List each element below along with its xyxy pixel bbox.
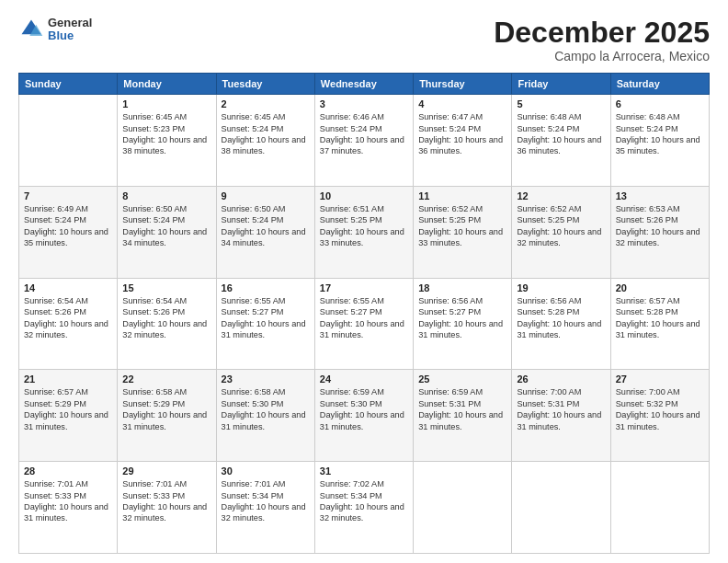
logo-text: General Blue — [48, 17, 92, 43]
calendar-cell: 29Sunrise: 7:01 AM Sunset: 5:33 PM Dayli… — [118, 462, 216, 554]
cell-info: Sunrise: 6:50 AM Sunset: 5:24 PM Dayligh… — [122, 203, 210, 249]
cell-info: Sunrise: 6:59 AM Sunset: 5:31 PM Dayligh… — [418, 386, 506, 432]
calendar-week-2: 14Sunrise: 6:54 AM Sunset: 5:26 PM Dayli… — [19, 278, 710, 370]
cell-info: Sunrise: 6:45 AM Sunset: 5:23 PM Dayligh… — [122, 111, 210, 157]
calendar-cell: 15Sunrise: 6:54 AM Sunset: 5:26 PM Dayli… — [118, 278, 216, 370]
calendar-cell: 3Sunrise: 6:46 AM Sunset: 5:24 PM Daylig… — [314, 95, 413, 187]
day-number: 17 — [320, 282, 408, 293]
day-number: 27 — [616, 373, 704, 385]
calendar-cell — [512, 462, 610, 554]
weekday-header-saturday: Saturday — [610, 74, 709, 95]
page: General Blue December 2025 Campo la Arro… — [0, 0, 728, 563]
day-number: 6 — [616, 98, 704, 109]
weekday-header-tuesday: Tuesday — [216, 74, 314, 95]
day-number: 18 — [418, 282, 506, 293]
day-number: 12 — [517, 190, 605, 201]
calendar-cell: 27Sunrise: 7:00 AM Sunset: 5:32 PM Dayli… — [610, 370, 709, 462]
calendar-cell: 19Sunrise: 6:56 AM Sunset: 5:28 PM Dayli… — [512, 278, 610, 370]
cell-info: Sunrise: 6:56 AM Sunset: 5:27 PM Dayligh… — [418, 295, 506, 341]
title-block: December 2025 Campo la Arrocera, Mexico — [494, 17, 710, 63]
day-number: 26 — [517, 373, 605, 385]
weekday-header-monday: Monday — [118, 74, 216, 95]
calendar-cell: 1Sunrise: 6:45 AM Sunset: 5:23 PM Daylig… — [118, 95, 216, 187]
calendar-header: SundayMondayTuesdayWednesdayThursdayFrid… — [19, 74, 710, 95]
calendar-cell: 25Sunrise: 6:59 AM Sunset: 5:31 PM Dayli… — [414, 370, 512, 462]
calendar-week-0: 1Sunrise: 6:45 AM Sunset: 5:23 PM Daylig… — [19, 95, 710, 187]
day-number: 31 — [320, 465, 408, 477]
cell-info: Sunrise: 6:52 AM Sunset: 5:25 PM Dayligh… — [517, 203, 605, 249]
calendar-cell: 4Sunrise: 6:47 AM Sunset: 5:24 PM Daylig… — [414, 95, 512, 187]
day-number: 21 — [24, 373, 112, 385]
calendar-cell: 31Sunrise: 7:02 AM Sunset: 5:34 PM Dayli… — [314, 462, 413, 554]
cell-info: Sunrise: 7:01 AM Sunset: 5:33 PM Dayligh… — [24, 478, 112, 524]
cell-info: Sunrise: 6:56 AM Sunset: 5:28 PM Dayligh… — [517, 295, 605, 341]
calendar-cell: 21Sunrise: 6:57 AM Sunset: 5:29 PM Dayli… — [19, 370, 118, 462]
calendar-cell: 13Sunrise: 6:53 AM Sunset: 5:26 PM Dayli… — [610, 186, 709, 278]
calendar-cell: 9Sunrise: 6:50 AM Sunset: 5:24 PM Daylig… — [216, 186, 314, 278]
day-number: 7 — [24, 190, 112, 201]
day-number: 8 — [122, 190, 210, 201]
day-number: 23 — [222, 373, 310, 385]
day-number: 19 — [517, 282, 605, 293]
cell-info: Sunrise: 6:55 AM Sunset: 5:27 PM Dayligh… — [320, 295, 408, 341]
calendar-cell: 8Sunrise: 6:50 AM Sunset: 5:24 PM Daylig… — [118, 186, 216, 278]
cell-info: Sunrise: 6:48 AM Sunset: 5:24 PM Dayligh… — [517, 111, 605, 157]
month-title: December 2025 — [494, 17, 710, 49]
weekday-header-wednesday: Wednesday — [314, 74, 413, 95]
calendar-cell: 6Sunrise: 6:48 AM Sunset: 5:24 PM Daylig… — [610, 95, 709, 187]
logo-blue: Blue — [48, 29, 92, 42]
calendar-table: SundayMondayTuesdayWednesdayThursdayFrid… — [18, 73, 710, 554]
location: Campo la Arrocera, Mexico — [494, 49, 710, 63]
day-number: 22 — [122, 373, 210, 385]
calendar-cell: 7Sunrise: 6:49 AM Sunset: 5:24 PM Daylig… — [19, 186, 118, 278]
day-number: 29 — [122, 465, 210, 477]
cell-info: Sunrise: 6:55 AM Sunset: 5:27 PM Dayligh… — [222, 295, 310, 341]
calendar-cell: 20Sunrise: 6:57 AM Sunset: 5:28 PM Dayli… — [610, 278, 709, 370]
cell-info: Sunrise: 7:01 AM Sunset: 5:34 PM Dayligh… — [222, 478, 310, 524]
cell-info: Sunrise: 6:57 AM Sunset: 5:28 PM Dayligh… — [616, 295, 704, 341]
calendar-cell: 17Sunrise: 6:55 AM Sunset: 5:27 PM Dayli… — [314, 278, 413, 370]
day-number: 24 — [320, 373, 408, 385]
calendar-week-4: 28Sunrise: 7:01 AM Sunset: 5:33 PM Dayli… — [19, 462, 710, 554]
calendar-cell: 11Sunrise: 6:52 AM Sunset: 5:25 PM Dayli… — [414, 186, 512, 278]
cell-info: Sunrise: 6:57 AM Sunset: 5:29 PM Dayligh… — [24, 386, 112, 432]
cell-info: Sunrise: 6:58 AM Sunset: 5:30 PM Dayligh… — [222, 386, 310, 432]
cell-info: Sunrise: 6:49 AM Sunset: 5:24 PM Dayligh… — [24, 203, 112, 249]
cell-info: Sunrise: 6:54 AM Sunset: 5:26 PM Dayligh… — [24, 295, 112, 341]
cell-info: Sunrise: 6:54 AM Sunset: 5:26 PM Dayligh… — [122, 295, 210, 341]
day-number: 20 — [616, 282, 704, 293]
calendar-cell: 18Sunrise: 6:56 AM Sunset: 5:27 PM Dayli… — [414, 278, 512, 370]
calendar-cell: 14Sunrise: 6:54 AM Sunset: 5:26 PM Dayli… — [19, 278, 118, 370]
cell-info: Sunrise: 6:58 AM Sunset: 5:29 PM Dayligh… — [122, 386, 210, 432]
cell-info: Sunrise: 7:01 AM Sunset: 5:33 PM Dayligh… — [122, 478, 210, 524]
calendar-cell: 10Sunrise: 6:51 AM Sunset: 5:25 PM Dayli… — [314, 186, 413, 278]
calendar-cell: 24Sunrise: 6:59 AM Sunset: 5:30 PM Dayli… — [314, 370, 413, 462]
calendar-week-1: 7Sunrise: 6:49 AM Sunset: 5:24 PM Daylig… — [19, 186, 710, 278]
cell-info: Sunrise: 6:46 AM Sunset: 5:24 PM Dayligh… — [320, 111, 408, 157]
day-number: 3 — [320, 98, 408, 109]
calendar-cell: 16Sunrise: 6:55 AM Sunset: 5:27 PM Dayli… — [216, 278, 314, 370]
day-number: 5 — [517, 98, 605, 109]
weekday-header-thursday: Thursday — [414, 74, 512, 95]
calendar-cell: 5Sunrise: 6:48 AM Sunset: 5:24 PM Daylig… — [512, 95, 610, 187]
day-number: 14 — [24, 282, 112, 293]
day-number: 9 — [222, 190, 310, 201]
calendar-cell: 26Sunrise: 7:00 AM Sunset: 5:31 PM Dayli… — [512, 370, 610, 462]
weekday-header-sunday: Sunday — [19, 74, 118, 95]
day-number: 2 — [222, 98, 310, 109]
cell-info: Sunrise: 6:53 AM Sunset: 5:26 PM Dayligh… — [616, 203, 704, 249]
day-number: 25 — [418, 373, 506, 385]
calendar-cell — [414, 462, 512, 554]
logo-icon — [18, 17, 44, 42]
calendar-cell: 23Sunrise: 6:58 AM Sunset: 5:30 PM Dayli… — [216, 370, 314, 462]
cell-info: Sunrise: 7:02 AM Sunset: 5:34 PM Dayligh… — [320, 478, 408, 524]
calendar-cell: 22Sunrise: 6:58 AM Sunset: 5:29 PM Dayli… — [118, 370, 216, 462]
weekday-header-friday: Friday — [512, 74, 610, 95]
cell-info: Sunrise: 6:59 AM Sunset: 5:30 PM Dayligh… — [320, 386, 408, 432]
logo: General Blue — [18, 17, 92, 43]
calendar-cell — [610, 462, 709, 554]
cell-info: Sunrise: 7:00 AM Sunset: 5:32 PM Dayligh… — [616, 386, 704, 432]
cell-info: Sunrise: 6:51 AM Sunset: 5:25 PM Dayligh… — [320, 203, 408, 249]
calendar-cell: 28Sunrise: 7:01 AM Sunset: 5:33 PM Dayli… — [19, 462, 118, 554]
weekday-row: SundayMondayTuesdayWednesdayThursdayFrid… — [19, 74, 710, 95]
